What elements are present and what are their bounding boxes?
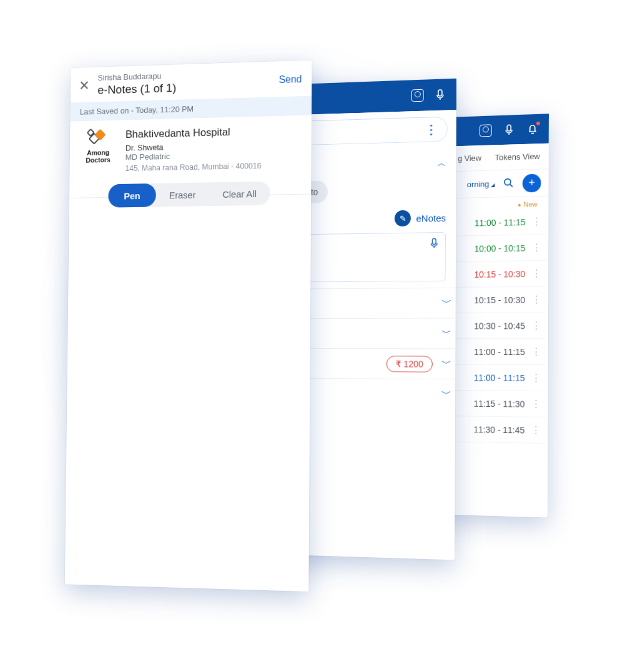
tab-tokens-view[interactable]: Tokens View — [495, 152, 540, 162]
svg-point-1 — [504, 178, 511, 185]
chevron-down-icon: ﹀ — [441, 357, 451, 370]
more-icon[interactable]: ⋮ — [531, 374, 541, 381]
tab-list-view[interactable]: g View — [458, 153, 481, 163]
more-icon[interactable]: ⋮ — [531, 427, 540, 433]
address: 145, Maha rana Road, Mumbai - 400016 — [125, 160, 301, 173]
id-card-icon[interactable] — [480, 124, 492, 137]
chevron-down-icon: ﹀ — [441, 387, 451, 401]
slot-time: 11:00 - 11:15 — [474, 347, 525, 357]
enotes-link[interactable]: ✎ eNotes — [395, 210, 446, 226]
chevron-down-icon: ﹀ — [441, 327, 451, 340]
more-icon[interactable]: ⋮ — [531, 270, 541, 276]
more-icon[interactable]: ⋮ — [531, 349, 541, 355]
tool-clear-all[interactable]: Clear All — [209, 182, 270, 207]
tool-eraser[interactable]: Eraser — [155, 182, 209, 207]
chevron-up-icon: ︿ — [437, 158, 446, 169]
svg-rect-2 — [438, 90, 442, 96]
send-button[interactable]: Send — [278, 74, 302, 85]
enotes-card: ✕ Sirisha Buddarapu e-Notes (1 of 1) Sen… — [65, 61, 312, 592]
enotes-icon: ✎ — [395, 210, 411, 227]
session-dropdown[interactable]: orning — [467, 179, 495, 189]
fee-pill[interactable]: ₹ 1200 — [386, 356, 433, 373]
mic-icon[interactable] — [430, 238, 439, 251]
more-icon[interactable]: ⋮ — [531, 401, 540, 407]
chevron-down-icon: ﹀ — [441, 296, 451, 309]
svg-rect-5 — [432, 238, 436, 245]
org-logo: AmongDoctors — [79, 129, 117, 174]
slot-time: 11:00 - 11:15 — [474, 373, 525, 382]
slot-time: 10:00 - 10:15 — [475, 243, 526, 253]
slot-time: 10:15 - 10:30 — [474, 295, 525, 304]
more-icon[interactable]: ⋮ — [531, 296, 541, 303]
more-icon[interactable]: ⋮ — [531, 218, 541, 225]
slot-time: 10:30 - 10:45 — [474, 321, 525, 331]
slot-time: 10:15 - 10:30 — [475, 269, 526, 280]
drawing-canvas[interactable] — [66, 211, 311, 540]
more-icon[interactable]: ⋮ — [531, 245, 541, 251]
mic-icon[interactable] — [434, 88, 446, 101]
logo-icon — [87, 129, 109, 147]
bell-icon[interactable] — [526, 123, 539, 135]
slot-time: 11:15 - 11:30 — [474, 398, 525, 409]
close-icon[interactable]: ✕ — [79, 79, 89, 92]
svg-rect-0 — [507, 125, 511, 131]
more-icon[interactable]: ⋮ — [425, 122, 438, 137]
slot-time: 11:30 - 11:45 — [473, 424, 524, 435]
slot-time: 11:00 - 11:15 — [475, 217, 526, 228]
add-button[interactable]: + — [523, 173, 541, 192]
hospital-name: Bhaktivedanta Hospital — [125, 124, 302, 141]
org-block: AmongDoctors Bhaktivedanta Hospital Dr. … — [69, 115, 312, 182]
draw-toolbar: Pen Eraser Clear All — [69, 177, 312, 214]
id-card-icon[interactable] — [411, 89, 424, 102]
mic-icon[interactable] — [503, 124, 515, 136]
more-icon[interactable]: ⋮ — [531, 323, 541, 329]
search-icon[interactable] — [503, 177, 514, 190]
tool-pen[interactable]: Pen — [108, 183, 155, 208]
